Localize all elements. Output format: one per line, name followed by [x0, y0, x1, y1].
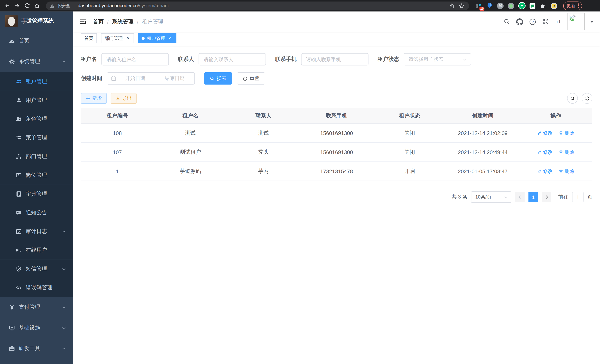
date-start-placeholder: 开始日期 [120, 75, 151, 82]
sidebar-item-auditlog[interactable]: 审计日志 [0, 222, 73, 241]
breadcrumb-separator: / [137, 19, 138, 25]
sidebar-item-system[interactable]: 系统管理 [0, 51, 73, 72]
sidebar-item-notice[interactable]: 通知公告 [0, 203, 73, 222]
sidebar-item-sms[interactable]: 短信管理 [0, 259, 73, 278]
search-button[interactable]: 搜索 [204, 72, 232, 84]
tag-dept[interactable]: 部门管理 × [101, 33, 134, 43]
main: 首页 / 系统管理 / 租户管理 ? [73, 11, 600, 364]
sidebar-item-user[interactable]: 用户管理 [0, 91, 73, 110]
bookmark-star-button[interactable] [458, 2, 465, 9]
profile-avatar-button[interactable] [550, 2, 558, 10]
delete-link[interactable]: 删除 [559, 168, 575, 175]
edit-link[interactable]: 修改 [537, 149, 553, 156]
tag-close-icon[interactable]: × [125, 36, 131, 41]
sidebar-item-label: 部门管理 [26, 153, 47, 160]
header-search-button[interactable] [502, 18, 511, 26]
breadcrumb-system[interactable]: 系统管理 [112, 18, 134, 25]
github-button[interactable] [516, 18, 524, 26]
cell-tenant-id: 107 [81, 142, 154, 162]
tag-tenant[interactable]: 租户管理 × [138, 33, 177, 43]
sidebar-item-post[interactable]: 岗位管理 [0, 166, 73, 184]
url-bar[interactable]: 不安全 dashboard.yudao.iocoder.cn/system/te… [46, 1, 469, 10]
url-text[interactable]: dashboard.yudao.iocoder.cn/system/tenant [78, 3, 445, 9]
next-page-button[interactable] [542, 192, 552, 202]
extension-record-button[interactable] [507, 2, 515, 10]
sidebar-item-payment[interactable]: 支付管理 [0, 297, 73, 318]
goto-page-input[interactable] [572, 192, 583, 202]
browser-menu-icon[interactable] [578, 3, 579, 8]
calendar-icon [111, 76, 116, 81]
edit-link[interactable]: 修改 [537, 130, 553, 136]
share-button[interactable] [448, 2, 455, 9]
refresh-table-button[interactable] [582, 93, 592, 104]
delete-link[interactable]: 删除 [559, 130, 575, 136]
forward-button[interactable] [13, 1, 21, 10]
sidebar-item-label: 岗位管理 [26, 172, 47, 178]
security-chip[interactable]: 不安全 [50, 2, 70, 9]
back-button[interactable] [3, 1, 11, 10]
share-icon [449, 3, 454, 9]
user-avatar[interactable] [568, 13, 585, 30]
sidebar-item-label: 短信管理 [26, 265, 47, 272]
sidebar-item-home[interactable]: 首页 [0, 31, 73, 51]
filter-contact: 联系人 [178, 53, 266, 65]
prev-page-button[interactable] [515, 192, 525, 202]
forward-icon [14, 3, 20, 9]
mobile-input[interactable] [301, 53, 368, 65]
extension-balloon-button[interactable] [486, 2, 494, 10]
online-signal-icon [16, 247, 22, 253]
navbar: 首页 / 系统管理 / 租户管理 ? [73, 11, 600, 32]
sidebar-item-devtools[interactable]: 研发工具 [0, 338, 73, 359]
sidebar-item-online[interactable]: 在线用户 [0, 241, 73, 259]
status-select[interactable]: 请选择租户状态 [404, 53, 471, 65]
sidebar-item-menu[interactable]: 菜单管理 [0, 128, 73, 147]
docs-help-button[interactable]: ? [528, 18, 537, 26]
sidebar-fold-button[interactable] [79, 18, 87, 25]
reset-button[interactable]: 重置 [237, 72, 265, 84]
page-size-select[interactable]: 10条/页 [471, 191, 511, 203]
breadcrumb-home[interactable]: 首页 [93, 18, 104, 25]
sidebar-item-infra[interactable]: 基础设施 [0, 318, 73, 338]
tag-home[interactable]: 首页 [81, 33, 97, 43]
sidebar-item-tenant[interactable]: 租户管理 [0, 72, 73, 91]
cell-actions: 修改 删除 [519, 162, 592, 181]
sidebar-item-label: 支付管理 [19, 304, 40, 311]
extensions-menu-button[interactable] [539, 2, 547, 10]
update-label: 更新 [566, 2, 576, 9]
trash-icon [559, 131, 563, 135]
extension-grid-button[interactable]: 10 [475, 2, 483, 10]
reload-button[interactable] [23, 1, 31, 10]
tag-close-icon[interactable]: × [168, 36, 173, 41]
home-icon [34, 3, 40, 9]
record-extension-icon [507, 2, 515, 9]
extension-yuque-button[interactable]: Y [518, 2, 526, 10]
fullscreen-button[interactable] [541, 18, 550, 26]
delete-link[interactable]: 删除 [559, 149, 575, 156]
extension-badge: 10 [480, 7, 485, 10]
table-row: 107 测试租户 秃头 15601691300 关闭 2021-12-14 20… [81, 142, 592, 162]
update-button[interactable]: 更新 [563, 1, 582, 10]
tree-table-icon [16, 134, 22, 141]
sidebar-item-label: 研发工具 [19, 345, 40, 352]
edit-link[interactable]: 修改 [537, 168, 553, 175]
extension-command-button[interactable]: ⌘ [496, 2, 504, 10]
add-button[interactable]: 新增 [81, 93, 107, 104]
sidebar-item-dict[interactable]: 字典管理 [0, 184, 73, 203]
sidebar-item-role[interactable]: 角色管理 [0, 110, 73, 128]
contact-input[interactable] [198, 53, 266, 65]
cell-created: 2021-12-14 21:02:09 [446, 123, 519, 142]
chevron-down-icon [62, 346, 66, 351]
export-button[interactable]: 导出 [111, 93, 137, 104]
screen: 不安全 dashboard.yudao.iocoder.cn/system/te… [0, 0, 600, 364]
home-button[interactable] [33, 1, 41, 10]
sidebar-item-dept[interactable]: 部门管理 [0, 147, 73, 166]
extension-chat-button[interactable] [528, 2, 536, 10]
sidebar-item-errcode[interactable]: 错误码管理 [0, 278, 73, 297]
date-range-picker[interactable]: 开始日期 - 结束日期 [107, 72, 195, 84]
avatar-caret-icon[interactable] [590, 20, 594, 23]
page-number-button[interactable]: 1 [528, 192, 538, 202]
tenant-name-input[interactable] [102, 53, 169, 65]
toggle-search-button[interactable] [567, 93, 578, 104]
sidebar-logo[interactable]: 芋道管理系统 [0, 11, 73, 31]
font-size-button[interactable]: TT [554, 18, 563, 26]
